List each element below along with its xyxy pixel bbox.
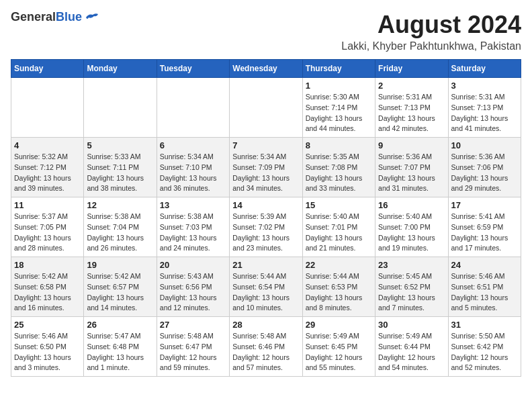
calendar-cell: 30Sunrise: 5:49 AMSunset: 6:44 PMDayligh… [375, 317, 448, 377]
calendar-cell: 26Sunrise: 5:47 AMSunset: 6:48 PMDayligh… [84, 317, 157, 377]
calendar-cell: 12Sunrise: 5:38 AMSunset: 7:04 PMDayligh… [84, 197, 157, 257]
day-number: 13 [160, 200, 226, 210]
calendar-cell: 4Sunrise: 5:32 AMSunset: 7:12 PMDaylight… [11, 138, 84, 197]
day-detail: Sunrise: 5:36 AMSunset: 7:07 PMDaylight:… [378, 152, 445, 194]
day-detail: Sunrise: 5:43 AMSunset: 6:56 PMDaylight:… [160, 271, 226, 314]
calendar-cell: 1Sunrise: 5:30 AMSunset: 7:14 PMDaylight… [302, 78, 375, 138]
calendar-cell: 14Sunrise: 5:39 AMSunset: 7:02 PMDayligh… [230, 197, 302, 257]
calendar-cell: 6Sunrise: 5:34 AMSunset: 7:10 PMDaylight… [157, 138, 229, 197]
calendar-cell [11, 78, 84, 138]
day-detail: Sunrise: 5:46 AMSunset: 6:50 PMDaylight:… [14, 331, 81, 373]
header-day-sunday: Sunday [11, 60, 84, 78]
day-number: 21 [232, 260, 299, 270]
header-day-thursday: Thursday [302, 60, 375, 78]
calendar-cell: 24Sunrise: 5:46 AMSunset: 6:51 PMDayligh… [448, 257, 521, 317]
day-detail: Sunrise: 5:30 AMSunset: 7:14 PMDaylight:… [306, 92, 372, 134]
day-detail: Sunrise: 5:41 AMSunset: 6:59 PMDaylight:… [451, 212, 518, 254]
calendar-cell: 13Sunrise: 5:38 AMSunset: 7:03 PMDayligh… [157, 197, 229, 257]
day-detail: Sunrise: 5:49 AMSunset: 6:44 PMDaylight:… [378, 331, 445, 373]
day-number: 4 [14, 140, 81, 150]
day-number: 18 [14, 260, 81, 270]
day-number: 20 [160, 260, 226, 270]
day-detail: Sunrise: 5:42 AMSunset: 6:58 PMDaylight:… [14, 271, 81, 314]
day-detail: Sunrise: 5:50 AMSunset: 6:42 PMDaylight:… [451, 331, 518, 373]
page-header: GeneralBlue August 2024 Lakki, Khyber Pa… [11, 11, 521, 52]
day-detail: Sunrise: 5:38 AMSunset: 7:03 PMDaylight:… [160, 212, 226, 254]
day-number: 30 [378, 320, 445, 330]
week-row-4: 18Sunrise: 5:42 AMSunset: 6:58 PMDayligh… [11, 257, 521, 317]
day-detail: Sunrise: 5:47 AMSunset: 6:48 PMDaylight:… [87, 331, 153, 373]
day-number: 27 [160, 320, 226, 330]
day-detail: Sunrise: 5:36 AMSunset: 7:06 PMDaylight:… [451, 152, 518, 194]
header-row: SundayMondayTuesdayWednesdayThursdayFrid… [11, 60, 521, 78]
day-detail: Sunrise: 5:44 AMSunset: 6:54 PMDaylight:… [232, 271, 299, 314]
calendar-cell: 2Sunrise: 5:31 AMSunset: 7:13 PMDaylight… [375, 78, 448, 138]
day-number: 17 [451, 200, 518, 210]
day-number: 14 [232, 200, 299, 210]
calendar-cell: 18Sunrise: 5:42 AMSunset: 6:58 PMDayligh… [11, 257, 84, 317]
week-row-5: 25Sunrise: 5:46 AMSunset: 6:50 PMDayligh… [11, 317, 521, 377]
day-detail: Sunrise: 5:37 AMSunset: 7:05 PMDaylight:… [14, 212, 81, 254]
day-detail: Sunrise: 5:40 AMSunset: 7:01 PMDaylight:… [306, 212, 372, 254]
week-row-3: 11Sunrise: 5:37 AMSunset: 7:05 PMDayligh… [11, 197, 521, 257]
calendar-body: 1Sunrise: 5:30 AMSunset: 7:14 PMDaylight… [11, 78, 521, 377]
calendar-cell: 23Sunrise: 5:45 AMSunset: 6:52 PMDayligh… [375, 257, 448, 317]
calendar-cell: 16Sunrise: 5:40 AMSunset: 7:00 PMDayligh… [375, 197, 448, 257]
day-number: 25 [14, 320, 81, 330]
day-number: 11 [14, 200, 81, 210]
day-number: 8 [306, 140, 372, 150]
logo-text: GeneralBlue [11, 11, 82, 24]
day-number: 23 [378, 260, 445, 270]
day-number: 1 [306, 81, 372, 91]
week-row-1: 1Sunrise: 5:30 AMSunset: 7:14 PMDaylight… [11, 78, 521, 138]
day-number: 5 [87, 140, 153, 150]
day-number: 15 [306, 200, 372, 210]
day-detail: Sunrise: 5:33 AMSunset: 7:11 PMDaylight:… [87, 152, 153, 194]
day-detail: Sunrise: 5:49 AMSunset: 6:45 PMDaylight:… [306, 331, 372, 373]
calendar-cell: 7Sunrise: 5:34 AMSunset: 7:09 PMDaylight… [230, 138, 302, 197]
calendar-cell: 22Sunrise: 5:44 AMSunset: 6:53 PMDayligh… [302, 257, 375, 317]
day-detail: Sunrise: 5:38 AMSunset: 7:04 PMDaylight:… [87, 212, 153, 254]
calendar-header: SundayMondayTuesdayWednesdayThursdayFrid… [11, 60, 521, 78]
day-detail: Sunrise: 5:45 AMSunset: 6:52 PMDaylight:… [378, 271, 445, 314]
day-number: 29 [306, 320, 372, 330]
day-number: 7 [232, 140, 299, 150]
week-row-2: 4Sunrise: 5:32 AMSunset: 7:12 PMDaylight… [11, 138, 521, 197]
day-number: 19 [87, 260, 153, 270]
calendar-cell: 28Sunrise: 5:48 AMSunset: 6:46 PMDayligh… [230, 317, 302, 377]
calendar-cell: 15Sunrise: 5:40 AMSunset: 7:01 PMDayligh… [302, 197, 375, 257]
logo-bird-icon [85, 12, 99, 23]
calendar-cell: 19Sunrise: 5:42 AMSunset: 6:57 PMDayligh… [84, 257, 157, 317]
calendar-cell: 3Sunrise: 5:31 AMSunset: 7:13 PMDaylight… [448, 78, 521, 138]
logo: GeneralBlue [11, 11, 99, 24]
day-detail: Sunrise: 5:42 AMSunset: 6:57 PMDaylight:… [87, 271, 153, 314]
day-detail: Sunrise: 5:39 AMSunset: 7:02 PMDaylight:… [232, 212, 299, 254]
day-number: 22 [306, 260, 372, 270]
calendar-cell: 9Sunrise: 5:36 AMSunset: 7:07 PMDaylight… [375, 138, 448, 197]
main-title: August 2024 [341, 11, 521, 39]
day-number: 6 [160, 140, 226, 150]
calendar-cell [84, 78, 157, 138]
calendar-cell: 10Sunrise: 5:36 AMSunset: 7:06 PMDayligh… [448, 138, 521, 197]
day-number: 31 [451, 320, 518, 330]
calendar-table: SundayMondayTuesdayWednesdayThursdayFrid… [11, 59, 521, 377]
day-detail: Sunrise: 5:48 AMSunset: 6:47 PMDaylight:… [160, 331, 226, 373]
header-day-friday: Friday [375, 60, 448, 78]
day-number: 2 [378, 81, 445, 91]
day-number: 16 [378, 200, 445, 210]
calendar-cell: 17Sunrise: 5:41 AMSunset: 6:59 PMDayligh… [448, 197, 521, 257]
day-detail: Sunrise: 5:34 AMSunset: 7:10 PMDaylight:… [160, 152, 226, 194]
day-detail: Sunrise: 5:48 AMSunset: 6:46 PMDaylight:… [232, 331, 299, 373]
calendar-cell: 21Sunrise: 5:44 AMSunset: 6:54 PMDayligh… [230, 257, 302, 317]
day-number: 12 [87, 200, 153, 210]
day-number: 10 [451, 140, 518, 150]
calendar-cell [157, 78, 229, 138]
calendar-cell: 20Sunrise: 5:43 AMSunset: 6:56 PMDayligh… [157, 257, 229, 317]
calendar-cell [230, 78, 302, 138]
day-number: 28 [232, 320, 299, 330]
calendar-cell: 31Sunrise: 5:50 AMSunset: 6:42 PMDayligh… [448, 317, 521, 377]
calendar-cell: 27Sunrise: 5:48 AMSunset: 6:47 PMDayligh… [157, 317, 229, 377]
calendar-cell: 29Sunrise: 5:49 AMSunset: 6:45 PMDayligh… [302, 317, 375, 377]
day-number: 24 [451, 260, 518, 270]
day-number: 9 [378, 140, 445, 150]
